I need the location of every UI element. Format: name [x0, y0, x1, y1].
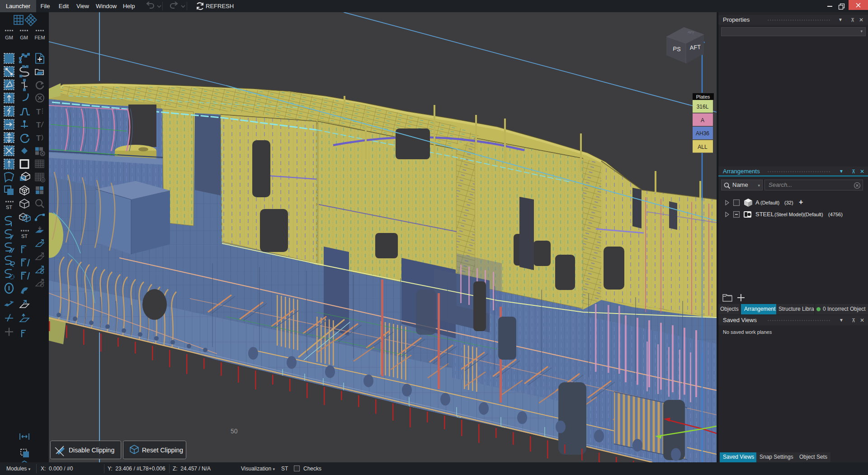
- svg-text:Disable Clipping: Disable Clipping: [69, 446, 114, 454]
- svg-text:T: T: [36, 121, 41, 129]
- svg-text:ST: ST: [21, 233, 28, 239]
- svg-text:T: T: [36, 108, 41, 116]
- svg-text:316L: 316L: [697, 104, 709, 110]
- svg-text:PS: PS: [673, 45, 681, 52]
- svg-text:50: 50: [231, 428, 238, 435]
- svg-text:GM: GM: [5, 35, 13, 40]
- svg-text:AFT: AFT: [689, 43, 701, 51]
- svg-text:GM: GM: [20, 35, 28, 40]
- svg-text:AH36: AH36: [696, 130, 709, 137]
- svg-text:FEM: FEM: [34, 35, 45, 40]
- svg-text:ST: ST: [6, 204, 12, 210]
- svg-text:A: A: [701, 117, 704, 124]
- svg-text:Plates: Plates: [696, 94, 710, 100]
- svg-text:ALL: ALL: [698, 144, 708, 150]
- svg-text:T: T: [36, 134, 41, 142]
- svg-text:Reset Clipping: Reset Clipping: [142, 446, 183, 454]
